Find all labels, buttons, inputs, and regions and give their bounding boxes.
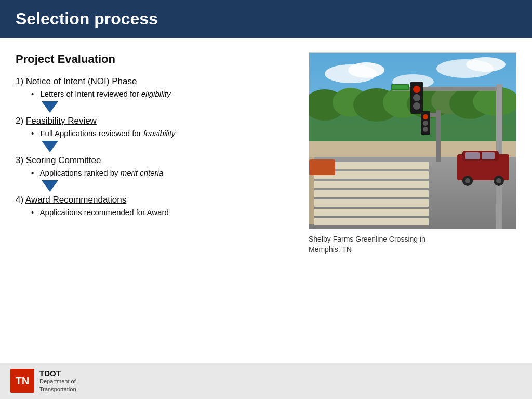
crosswalk-scene <box>309 53 516 229</box>
svg-point-2 <box>348 62 384 78</box>
step-1-heading: 1) Notice of Intent (NOI) Phase <box>16 76 293 87</box>
step-3-heading: 3) Scoring Committee <box>16 155 293 166</box>
svg-point-30 <box>413 102 420 110</box>
step-2: 2) Feasibility Review Full Applications … <box>16 116 293 138</box>
svg-rect-23 <box>314 218 429 225</box>
step-1-label: Notice of Intent (NOI) Phase <box>26 76 137 86</box>
svg-point-28 <box>413 86 420 93</box>
main-content: Project Evaluation 1) Notice of Intent (… <box>0 38 532 255</box>
step-4-bullet: Applications recommended for Award <box>31 208 293 217</box>
step-3-number: 3) <box>16 155 26 165</box>
svg-point-36 <box>423 127 428 132</box>
right-column: Shelby Farms Greenline Crossing in Memph… <box>309 52 516 255</box>
step-4-heading: 4) Award Recommendations <box>16 195 293 205</box>
svg-rect-20 <box>314 190 429 197</box>
photo <box>309 52 516 229</box>
arrow-1 <box>42 101 293 113</box>
tdot-org-sub: Department of Transportation <box>39 378 76 393</box>
svg-point-29 <box>413 94 420 101</box>
step-3: 3) Scoring Committee Applications ranked… <box>16 155 293 177</box>
step-1-bullet: Letters of Intent reviewed for eligibili… <box>31 89 293 98</box>
svg-rect-19 <box>314 181 429 188</box>
tdot-text-block: TDOT Department of Transportation <box>39 369 76 393</box>
arrow-3 <box>42 180 293 192</box>
step-1: 1) Notice of Intent (NOI) Phase Letters … <box>16 76 293 98</box>
header: Selection process <box>0 0 532 38</box>
photo-caption: Shelby Farms Greenline Crossing in Memph… <box>309 234 516 255</box>
svg-point-43 <box>465 178 470 183</box>
step-4-number: 4) <box>16 195 25 205</box>
svg-point-44 <box>496 178 501 183</box>
svg-point-34 <box>423 114 428 119</box>
svg-point-35 <box>423 121 428 126</box>
arrow-down-icon-3 <box>42 180 58 192</box>
footer: TN TDOT Department of Transportation <box>0 363 532 399</box>
step-2-heading: 2) Feasibility Review <box>16 116 293 126</box>
arrow-down-icon-1 <box>42 101 58 113</box>
step-4: 4) Award Recommendations Applications re… <box>16 195 293 217</box>
svg-rect-47 <box>392 85 408 89</box>
section-title: Project Evaluation <box>16 52 293 66</box>
tdot-tn-text: TN <box>16 375 30 387</box>
tdot-logo: TN TDOT Department of Transportation <box>10 369 76 393</box>
tdot-org-name: TDOT <box>39 369 76 378</box>
page-title: Selection process <box>16 9 158 28</box>
step-4-label: Award Recommendations <box>25 195 126 205</box>
svg-point-5 <box>466 57 506 72</box>
step-2-label: Feasibility Review <box>26 116 97 126</box>
svg-rect-40 <box>482 152 495 159</box>
svg-rect-45 <box>309 159 335 175</box>
step-3-label: Scoring Committee <box>26 155 101 165</box>
arrow-down-icon-2 <box>42 141 58 152</box>
svg-rect-31 <box>436 110 441 162</box>
svg-rect-21 <box>314 200 429 207</box>
svg-rect-39 <box>465 152 480 159</box>
left-column: Project Evaluation 1) Notice of Intent (… <box>16 52 293 255</box>
step-2-bullet: Full Applications reviewed for feasibili… <box>31 129 293 138</box>
step-3-bullet: Applications ranked by merit criteria <box>31 168 293 177</box>
svg-rect-22 <box>314 209 429 216</box>
arrow-2 <box>42 141 293 152</box>
step-2-number: 2) <box>16 116 26 126</box>
tdot-logo-box: TN <box>10 369 34 393</box>
step-1-number: 1) <box>16 76 26 86</box>
